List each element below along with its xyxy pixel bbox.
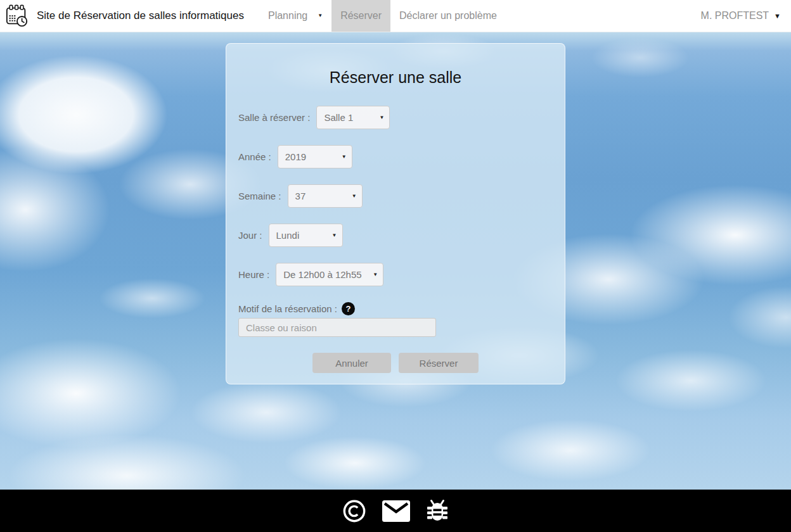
reservation-card: Réserver une salle Salle à réserver : Sa… <box>226 43 565 384</box>
salle-label: Salle à réserver : <box>238 112 310 123</box>
mail-icon[interactable] <box>382 500 410 522</box>
form-row-heure: Heure : De 12h00 à 12h55 ▼ <box>238 263 553 286</box>
form-row-jour: Jour : Lundi ▼ <box>238 224 553 247</box>
nav-declarer-label: Déclarer un problème <box>399 10 497 22</box>
chevron-down-icon[interactable]: ▼ <box>318 13 323 18</box>
navbar: Site de Réservation de salles informatiq… <box>0 0 791 32</box>
main-nav: Planning ▼ Réserver Déclarer un problème <box>259 0 506 32</box>
calendar-clock-logo-icon <box>5 4 29 28</box>
footer <box>0 490 791 532</box>
button-row: Annuler Réserver <box>238 353 553 373</box>
site-title: Site de Réservation de salles informatiq… <box>37 10 244 22</box>
form-row-semaine: Semaine : 37 ▼ <box>238 184 553 208</box>
nav-planning-label: Planning <box>268 10 307 22</box>
help-icon[interactable]: ? <box>342 302 355 315</box>
form-row-salle: Salle à réserver : Salle 1 ▼ <box>238 106 553 129</box>
copyright-icon[interactable] <box>342 499 366 523</box>
page-title: Réserver une salle <box>238 68 553 87</box>
heure-select[interactable]: De 12h00 à 12h55 <box>276 263 383 286</box>
motif-block: Motif de la réservation : ? <box>238 302 553 337</box>
chevron-down-icon: ▼ <box>774 13 781 20</box>
user-name: M. PROFTEST <box>701 10 769 22</box>
annee-select[interactable]: 2019 <box>278 145 352 168</box>
semaine-select[interactable]: 37 <box>288 184 363 208</box>
jour-select[interactable]: Lundi <box>269 224 343 247</box>
brand[interactable]: Site de Réservation de salles informatiq… <box>0 0 244 32</box>
motif-label: Motif de la réservation : <box>238 303 337 314</box>
heure-label: Heure : <box>238 269 269 280</box>
salle-select[interactable]: Salle 1 <box>316 106 390 129</box>
cancel-button[interactable]: Annuler <box>312 353 391 373</box>
reserve-button[interactable]: Réserver <box>399 353 479 373</box>
jour-label: Jour : <box>238 230 262 241</box>
bug-icon[interactable] <box>426 499 449 523</box>
nav-item-declarer-probleme[interactable]: Déclarer un problème <box>390 0 506 32</box>
nav-item-reserver[interactable]: Réserver <box>331 0 390 32</box>
nav-reserver-label: Réserver <box>340 10 382 22</box>
semaine-label: Semaine : <box>238 191 281 201</box>
user-menu[interactable]: M. PROFTEST ▼ <box>701 0 791 32</box>
nav-item-planning[interactable]: Planning ▼ <box>259 0 331 32</box>
sky-background: Réserver une salle Salle à réserver : Sa… <box>0 32 791 490</box>
annee-label: Année : <box>238 151 271 162</box>
motif-input[interactable] <box>238 318 436 337</box>
form-row-annee: Année : 2019 ▼ <box>238 145 553 168</box>
